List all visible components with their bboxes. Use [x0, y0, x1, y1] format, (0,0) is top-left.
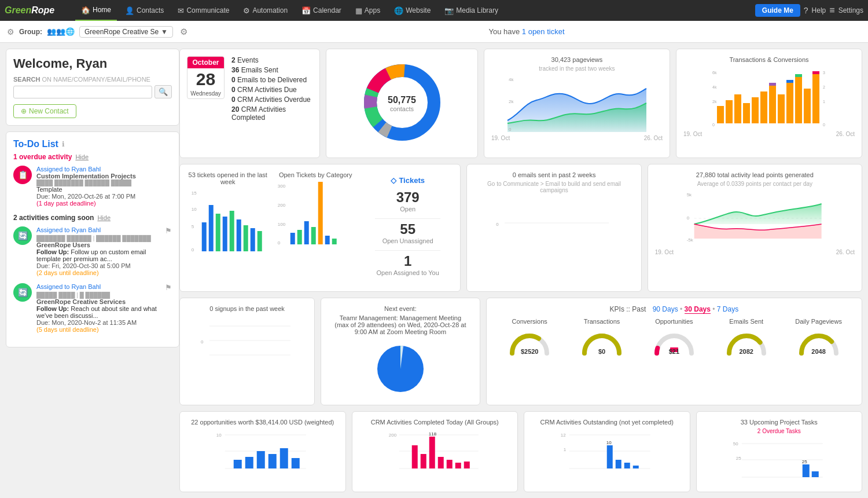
sub-bar: ⚙ Group: 👥👥🌐 GreenRope Creative Se ▼ ⚙ Y… — [0, 21, 868, 43]
svg-rect-11 — [726, 100, 733, 123]
svg-text:0: 0 — [192, 247, 194, 252]
signups-title: 0 signups in the past week — [187, 305, 307, 312]
row-4: 22 opportunities worth $38,414.00 USD (w… — [179, 411, 862, 492]
nav-communicate[interactable]: ✉ Communicate — [172, 0, 235, 21]
guide-me-button[interactable]: Guide Me — [755, 4, 800, 17]
svg-rect-18 — [786, 83, 793, 123]
kpi-card: KPIs :: Past 90 Days • 30 Days • 7 Days … — [486, 298, 862, 405]
svg-text:-5k: -5k — [686, 237, 693, 243]
svg-rect-109 — [811, 471, 818, 477]
svg-text:118: 118 — [428, 431, 436, 437]
pageviews-title: 30,423 pageviews — [491, 56, 663, 63]
emails-sent-row: 36 Emails Sent — [231, 66, 312, 74]
svg-rect-17 — [778, 94, 785, 123]
flag-icon-2[interactable]: ⚑ — [165, 283, 172, 292]
right-panel: October 28 Wednesday 2 Events 36 Emails … — [179, 49, 862, 492]
nav-calendar[interactable]: 📅 Calendar — [296, 0, 347, 21]
lead-points-card: 27,880 total activity lead points genera… — [648, 164, 862, 292]
nav-home[interactable]: 🏠 Home — [75, 0, 117, 21]
calendar-widget: October 28 Wednesday — [187, 56, 225, 99]
pageviews-date1: 19. Oct — [491, 135, 510, 141]
svg-rect-43 — [237, 219, 241, 251]
kpi-7days[interactable]: 7 Days — [717, 305, 738, 313]
svg-rect-44 — [244, 225, 248, 251]
transactions-chart: 6k 4k 2k 0 3 2 1 0 — [683, 65, 855, 129]
svg-text:5k: 5k — [686, 192, 692, 197]
logo[interactable]: GreenRope — [5, 5, 68, 16]
hamburger-icon: ≡ — [829, 5, 834, 16]
svg-rect-74 — [234, 460, 242, 468]
help-link[interactable]: Help — [812, 6, 826, 14]
new-contact-button[interactable]: ⊕ New Contact — [13, 104, 76, 118]
search-button[interactable]: 🔍 — [155, 85, 172, 98]
hide-overdue-link[interactable]: Hide — [75, 153, 89, 160]
assigned-name[interactable]: Assigned to Ryan Bahl — [36, 166, 172, 173]
ticket-link[interactable]: 1 open ticket — [522, 27, 565, 36]
crm-completed-card: CRM Activities Completed Today (All Grou… — [352, 411, 518, 492]
kpi-items-row: Conversions $2520 Transactions — [494, 318, 855, 356]
nav-media[interactable]: 📷 Media Library — [439, 0, 504, 21]
group-selector[interactable]: GreenRope Creative Se ▼ — [79, 26, 173, 38]
cal-day: 28 — [187, 68, 224, 90]
tickets-open-stat: 379 Open — [396, 189, 420, 213]
diamond-icon: ◇ — [391, 176, 396, 185]
soon-2-detail: Follow Up: Reach out about site and what… — [36, 305, 172, 319]
kpi-90days[interactable]: 90 Days — [653, 305, 678, 313]
transactions-card: Transactions & Conversions — [676, 49, 862, 158]
events-card: October 28 Wednesday 2 Events 36 Emails … — [179, 49, 320, 158]
svg-rect-12 — [734, 94, 741, 123]
svg-rect-98 — [616, 460, 621, 468]
svg-rect-85 — [420, 454, 426, 468]
todo-icon-green-2: 🔄 — [13, 283, 32, 302]
cal-weekday: Wednesday — [187, 90, 224, 98]
svg-text:0: 0 — [686, 215, 689, 221]
svg-rect-16 — [769, 86, 776, 123]
soon-1-company: GreenRope Users — [36, 241, 172, 248]
svg-text:0: 0 — [509, 127, 512, 132]
tickets-unassigned-stat: 55 Open Unassigned — [382, 221, 433, 244]
group-settings-icon[interactable]: ⚙ — [180, 27, 187, 37]
svg-rect-41 — [223, 217, 227, 251]
todo-contacts: ████ ███████ ██████ █████ — [36, 180, 172, 186]
emails-card: 0 emails sent in past 2 weeks Go to Comm… — [466, 164, 641, 292]
search-input[interactable] — [13, 86, 152, 98]
kpi-30days[interactable]: 30 Days — [685, 305, 711, 314]
svg-text:2k: 2k — [712, 100, 717, 104]
todo-due: Due: Mon, 2020-Oct-26 at 7:00 PM — [36, 193, 172, 200]
nav-contacts[interactable]: 👤 Contacts — [119, 0, 170, 21]
welcome-card: Welcome, Ryan SEARCH On Name/Company/Ema… — [6, 49, 179, 126]
svg-rect-55 — [318, 182, 323, 244]
svg-text:300: 300 — [278, 184, 286, 189]
todo-soon-1-info: Assigned to Ryan Bahl ⚑ ███████ ██████ |… — [36, 226, 172, 276]
svg-rect-88 — [437, 457, 443, 468]
apps-icon: ▦ — [355, 6, 362, 15]
group-icons: 👥👥🌐 — [47, 27, 75, 36]
flag-icon-1[interactable]: ⚑ — [165, 226, 172, 235]
svg-text:100: 100 — [278, 222, 286, 227]
events-list: 2 Events 36 Emails Sent 0 Emails to be D… — [231, 56, 312, 123]
hide-soon-link[interactable]: Hide — [97, 214, 111, 221]
cal-month: October — [187, 57, 224, 68]
lead-points-date1: 19. Oct — [655, 249, 674, 255]
svg-text:0: 0 — [201, 339, 204, 345]
settings-link[interactable]: Settings — [838, 6, 863, 14]
nav-apps[interactable]: ▦ Apps — [350, 0, 386, 21]
svg-rect-91 — [464, 462, 469, 468]
settings-gear-icon[interactable]: ⚙ — [7, 27, 14, 36]
svg-text:200: 200 — [388, 433, 396, 438]
tickets-link[interactable]: ◇ Tickets — [391, 176, 425, 185]
project-tasks-card: 33 Upcoming Project Tasks 2 Overdue Task… — [696, 411, 863, 492]
website-icon: 🌐 — [394, 6, 403, 15]
kpi-opportunities-gauge: $21 — [638, 327, 710, 356]
soon-2-assigned[interactable]: Assigned to Ryan Bahl — [36, 283, 101, 292]
nav-automation[interactable]: ⚙ Automation — [237, 0, 293, 21]
events-count-row: 2 Events — [231, 56, 312, 64]
svg-text:10: 10 — [192, 207, 197, 212]
svg-text:4k: 4k — [509, 77, 514, 82]
svg-rect-77 — [269, 454, 277, 468]
svg-text:1: 1 — [564, 447, 567, 452]
svg-rect-51 — [290, 233, 295, 244]
soon-1-assigned[interactable]: Assigned to Ryan Bahl — [36, 226, 101, 235]
nav-website[interactable]: 🌐 Website — [388, 0, 436, 21]
svg-rect-13 — [743, 103, 750, 123]
